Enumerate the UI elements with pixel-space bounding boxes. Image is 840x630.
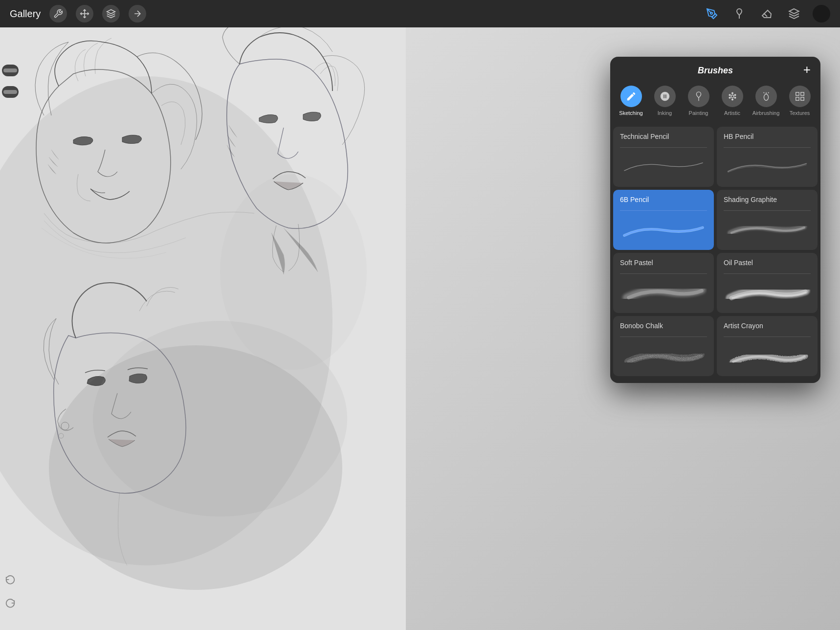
brush-stroke-shading-graphite <box>724 215 811 244</box>
brush-divider <box>724 273 811 274</box>
svg-rect-26 <box>800 97 803 100</box>
airbrushing-icon-wrap <box>755 86 777 107</box>
brush-item-artist-crayon[interactable]: Artist Crayon <box>717 316 818 376</box>
svg-rect-24 <box>796 92 798 95</box>
add-brush-button[interactable]: + <box>803 63 811 76</box>
toolbar: Gallery <box>0 0 840 27</box>
brush-name-technical-pencil: Technical Pencil <box>620 133 707 140</box>
tab-inking-label: Inking <box>658 110 672 116</box>
brush-stroke-6b-pencil <box>620 215 707 244</box>
svg-point-14 <box>731 92 733 94</box>
brush-name-oil-pastel: Oil Pastel <box>724 259 811 267</box>
tab-inking[interactable]: Inking <box>649 82 681 120</box>
brush-opacity-handle[interactable] <box>3 90 17 94</box>
svg-point-17 <box>731 99 733 100</box>
svg-rect-25 <box>800 92 803 95</box>
brush-stroke-bonobo-chalk <box>620 341 707 370</box>
undo-button[interactable] <box>2 571 18 587</box>
brush-item-bonobo-chalk[interactable]: Bonobo Chalk <box>613 316 714 376</box>
svg-point-20 <box>764 94 768 100</box>
sketching-icon-wrap <box>620 86 642 107</box>
brush-opacity-slider-container[interactable] <box>2 86 19 98</box>
brush-divider <box>620 337 707 337</box>
wrench-icon[interactable] <box>49 5 67 22</box>
brushes-panel: Brushes + Sketching Inking <box>610 57 820 383</box>
brush-divider <box>620 210 707 211</box>
brush-name-hb-pencil: HB Pencil <box>724 133 811 140</box>
tab-sketching[interactable]: Sketching <box>615 82 647 120</box>
redo-button[interactable] <box>2 595 18 610</box>
gallery-button[interactable]: Gallery <box>10 8 41 20</box>
brush-name-artist-crayon: Artist Crayon <box>724 322 811 330</box>
brush-item-soft-pastel[interactable]: Soft Pastel <box>613 253 714 313</box>
tab-painting[interactable]: Painting <box>683 82 714 120</box>
smudge-tool-icon[interactable] <box>730 5 748 22</box>
panel-header: Brushes + <box>610 57 820 82</box>
brush-stroke-technical-pencil <box>620 152 707 181</box>
svg-point-19 <box>729 94 730 96</box>
brush-stroke-hb-pencil <box>724 152 811 181</box>
artistic-icon-wrap <box>722 86 743 107</box>
brush-stroke-oil-pastel <box>724 278 811 307</box>
sidebar-bottom <box>0 571 21 610</box>
tab-textures[interactable]: Textures <box>784 82 816 120</box>
eraser-tool-icon[interactable] <box>758 5 775 22</box>
brush-item-shading-graphite[interactable]: Shading Graphite <box>717 190 818 250</box>
brush-divider <box>724 337 811 337</box>
svg-point-16 <box>734 97 736 98</box>
tab-airbrushing-label: Airbrushing <box>752 110 780 116</box>
brush-size-handle[interactable] <box>3 68 17 72</box>
selection-icon[interactable] <box>102 5 120 22</box>
svg-point-13 <box>731 95 734 98</box>
brush-item-6b-pencil[interactable]: 6B Pencil <box>613 190 714 250</box>
tab-artistic[interactable]: Artistic <box>716 82 748 120</box>
move-icon[interactable] <box>129 5 146 22</box>
brush-grid: Technical Pencil HB Pencil <box>610 126 820 383</box>
panel-title: Brushes <box>698 66 733 76</box>
brush-name-soft-pastel: Soft Pastel <box>620 259 707 267</box>
tab-sketching-label: Sketching <box>619 110 642 116</box>
brush-name-shading-graphite: Shading Graphite <box>724 196 811 203</box>
transform-icon[interactable] <box>76 5 93 22</box>
layers-icon[interactable] <box>785 5 803 22</box>
brush-stroke-artist-crayon <box>724 341 811 370</box>
brush-stroke-soft-pastel <box>620 278 707 307</box>
category-tabs: Sketching Inking Painting <box>610 82 820 126</box>
pencil-tool-icon[interactable] <box>703 5 721 22</box>
brush-divider <box>620 147 707 148</box>
brush-size-slider-container[interactable] <box>2 65 19 76</box>
tab-artistic-label: Artistic <box>724 110 740 116</box>
svg-point-15 <box>734 94 736 96</box>
painting-icon-wrap <box>688 86 709 107</box>
brush-name-bonobo-chalk: Bonobo Chalk <box>620 322 707 330</box>
tab-painting-label: Painting <box>689 110 708 116</box>
textures-icon-wrap <box>789 86 811 107</box>
svg-point-2 <box>710 12 712 14</box>
svg-line-22 <box>763 92 764 93</box>
brush-divider <box>724 147 811 148</box>
toolbar-right <box>703 5 830 22</box>
left-sidebar <box>0 55 21 630</box>
svg-line-23 <box>768 92 769 93</box>
svg-marker-4 <box>789 9 799 14</box>
svg-rect-27 <box>796 97 798 100</box>
tab-textures-label: Textures <box>790 110 810 116</box>
brush-item-hb-pencil[interactable]: HB Pencil <box>717 127 818 187</box>
svg-point-18 <box>729 97 730 98</box>
inking-icon-wrap <box>654 86 676 107</box>
user-avatar[interactable] <box>813 5 830 22</box>
brush-name-6b-pencil: 6B Pencil <box>620 196 707 203</box>
tab-airbrushing[interactable]: Airbrushing <box>750 82 782 120</box>
brush-divider <box>724 210 811 211</box>
canvas-area: Brushes + Sketching Inking <box>0 27 840 630</box>
svg-point-11 <box>220 174 367 370</box>
brush-item-oil-pastel[interactable]: Oil Pastel <box>717 253 818 313</box>
brush-divider <box>620 273 707 274</box>
toolbar-left: Gallery <box>10 5 146 22</box>
brush-item-technical-pencil[interactable]: Technical Pencil <box>613 127 714 187</box>
